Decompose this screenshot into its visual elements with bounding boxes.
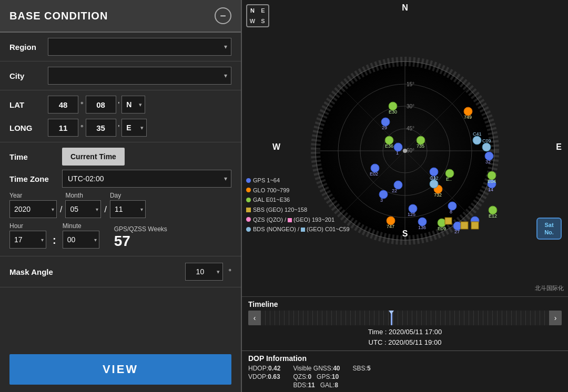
long-min-input[interactable] [86, 119, 116, 137]
legend-gps: GPS 1~64 [246, 176, 350, 185]
dop-grid: HDOP:0.42 VDOP:0.63 Visible GNSS:40 QZS:… [248, 365, 562, 389]
right-panel: N E W S N S E W [242, 0, 568, 392]
legend-sbs-label: SBS (GEO) 120~158 [253, 205, 307, 215]
visible-gnss-label: Visible GNSS: [293, 365, 333, 372]
timeline-left-button[interactable]: ‹ [248, 311, 261, 325]
bds-label: BDS: [293, 381, 308, 389]
region-select[interactable] [48, 38, 231, 56]
view-button[interactable]: VIEW [9, 354, 231, 385]
region-section: Region [0, 33, 241, 61]
city-select[interactable] [48, 67, 231, 85]
gps-weeks-group: GPS/QZSS Weeks 57 [114, 225, 167, 249]
svg-text:32: 32 [485, 159, 491, 164]
legend-glo: GLO 700~799 [246, 185, 350, 195]
timeline-area: Timeline ‹ › Time : 2020/05/11 17:00 UTC… [242, 296, 568, 350]
month-select[interactable]: 05 [65, 200, 101, 218]
svg-text:C09: C09 [482, 138, 491, 143]
north-label: N [402, 3, 408, 13]
city-select-wrapper [48, 67, 231, 85]
view-button-wrapper: VIEW [0, 347, 241, 392]
svg-text:60°: 60° [407, 148, 414, 153]
vdop-value: 0.63 [268, 373, 280, 380]
legend-sbs-square [246, 208, 251, 212]
timeline-track[interactable] [261, 311, 549, 325]
collapse-button[interactable]: − [215, 7, 231, 24]
hdop-label: HDOP: [248, 365, 268, 372]
time-display: Time : 2020/05/11 17:00 [248, 327, 562, 337]
legend-gps-dot [246, 178, 251, 183]
hour-group: Hour 17 [9, 222, 46, 249]
minute-select-wrapper: 00 [63, 231, 99, 249]
timeline-right-button[interactable]: › [549, 311, 562, 325]
base-condition-header: BASE CONDITION − [0, 0, 241, 33]
lat-coord-group: ° ' N S [48, 96, 145, 114]
city-section: City [0, 61, 241, 90]
base-condition-title: BASE CONDITION [9, 10, 108, 22]
svg-text:30°: 30° [407, 104, 414, 109]
time-label: Time [9, 152, 57, 161]
lat-deg-input[interactable] [48, 96, 78, 114]
legend-gal-label: GAL E01~E36 [253, 195, 290, 205]
svg-text:E12: E12 [489, 213, 497, 219]
slash-2: / [104, 205, 106, 214]
long-label: LONG [9, 123, 44, 132]
compass-nw: N [247, 5, 258, 16]
svg-text:E09: E09 [438, 226, 446, 231]
lat-dir-select[interactable]: N S [121, 96, 145, 114]
lat-deg-unit: ° [80, 100, 84, 109]
minute-select[interactable]: 00 [63, 231, 99, 249]
minute-group: Minute 00 [63, 222, 99, 249]
long-deg-input[interactable] [48, 119, 78, 137]
day-select[interactable]: 11 [110, 200, 146, 218]
svg-rect-66 [461, 222, 468, 229]
timeline-title: Timeline [248, 300, 562, 308]
year-select[interactable]: 2020 2021 [9, 200, 57, 218]
timezone-row: Time Zone UTC-02:00 UTC+00:00 UTC+01:00 … [9, 170, 231, 188]
vdop-label: VDOP: [248, 373, 268, 380]
svg-text:C41: C41 [473, 131, 482, 137]
qzs-value: 0 [308, 373, 311, 380]
bds-gal-row: BDS:11 GAL:8 [293, 381, 340, 389]
lat-label: LAT [9, 100, 44, 109]
qzs-label: QZS: [293, 373, 308, 380]
day-label: Day [110, 192, 146, 199]
dop-col-3: SBS:5 [353, 365, 371, 389]
time-header-row: Time Current Time [9, 148, 231, 166]
svg-text:747: 747 [387, 224, 394, 229]
dop-col-2: Visible GNSS:40 QZS:0 GPS:10 BDS:11 GAL:… [293, 365, 340, 389]
svg-text:14: 14 [488, 187, 493, 192]
hour-select[interactable]: 17 [9, 231, 46, 249]
long-row: LONG ° ' E W [9, 119, 231, 137]
legend-sbs: SBS (GEO) 120~158 [246, 205, 350, 215]
year-select-wrapper: 2020 2021 [9, 200, 57, 218]
svg-text:136: 136 [418, 225, 426, 230]
svg-text:E30: E30 [389, 109, 397, 115]
svg-text:1: 1 [396, 150, 399, 156]
svg-text:27: 27 [454, 229, 460, 234]
compass-ne: E [258, 5, 268, 16]
sat-no-line2: No. [544, 229, 554, 236]
region-row: Region [9, 38, 231, 56]
svg-text:8: 8 [450, 209, 452, 214]
svg-text:735: 735 [417, 143, 424, 149]
city-label: City [9, 71, 44, 80]
mask-select[interactable]: 10 5 15 20 [185, 263, 223, 281]
sat-no-line1: Sat [544, 221, 553, 229]
timezone-select[interactable]: UTC-02:00 UTC+00:00 UTC+01:00 UTC+09:00 [62, 170, 231, 188]
legend-gal-dot [246, 198, 251, 202]
legend-qzs: QZS (QZO) / (GEO) 193~201 [246, 215, 350, 225]
sat-no-button[interactable]: Sat No. [536, 218, 562, 240]
current-time-button[interactable]: Current Time [62, 148, 125, 166]
svg-text:E02: E02 [370, 171, 378, 177]
legend-glo-label: GLO 700~799 [253, 185, 289, 195]
long-dir-select[interactable]: E W [121, 119, 147, 137]
utc-display: UTC : 2020/05/11 19:00 [248, 337, 562, 348]
svg-text:E36: E36 [385, 143, 393, 149]
hdop-value: 0.42 [268, 365, 280, 372]
gps-label: GPS: [317, 373, 332, 380]
compass-sw: W [247, 16, 258, 26]
svg-text:125: 125 [408, 212, 415, 217]
lat-min-input[interactable] [86, 96, 116, 114]
hour-select-wrapper: 17 [9, 231, 46, 249]
long-min-unit: ' [118, 123, 120, 132]
